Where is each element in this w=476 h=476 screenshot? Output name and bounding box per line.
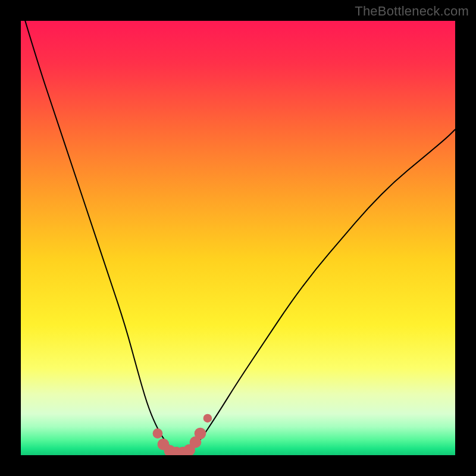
curve-marker [203, 414, 212, 423]
plot-area [21, 21, 455, 455]
chart-frame: TheBottleneck.com [0, 0, 476, 476]
curve-marker [153, 428, 163, 439]
chart-svg [21, 21, 455, 455]
attribution-label: TheBottleneck.com [355, 4, 469, 19]
gradient-background [21, 21, 455, 455]
curve-marker [195, 428, 206, 440]
